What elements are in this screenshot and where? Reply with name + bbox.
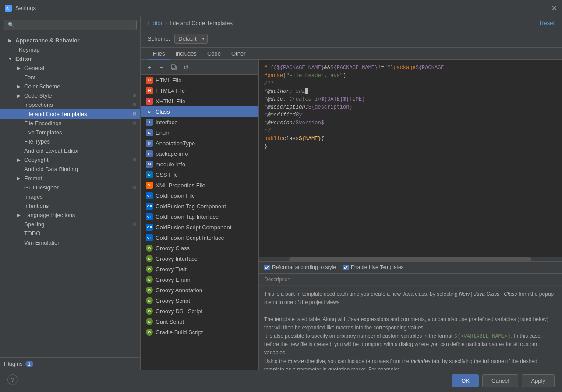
template-item-coldfusion-script-interface[interactable]: CF ColdFusion Script Interface bbox=[141, 232, 258, 243]
tab-other[interactable]: Other bbox=[226, 48, 251, 60]
template-item-xml-properties[interactable]: X XML Properties File bbox=[141, 180, 258, 190]
template-item-enum[interactable]: E Enum bbox=[141, 127, 258, 138]
apply-button[interactable]: Apply bbox=[522, 374, 555, 387]
add-template-button[interactable]: + bbox=[144, 62, 155, 73]
tab-includes[interactable]: Includes bbox=[170, 48, 201, 60]
template-item-groovy-trait[interactable]: G Groovy Trait bbox=[141, 264, 258, 274]
template-item-html4-file[interactable]: H HTML4 File bbox=[141, 85, 258, 96]
live-templates-checkbox-label[interactable]: Enable Live Templates bbox=[343, 264, 404, 270]
template-item-groovy-enum[interactable]: G Groovy Enum bbox=[141, 274, 258, 285]
annotation-version: @version: bbox=[267, 119, 296, 127]
var-package-name: ${PACKAGE_NAME} bbox=[277, 64, 324, 72]
search-input[interactable] bbox=[4, 20, 137, 30]
expand-icon: ▶ bbox=[16, 66, 21, 71]
template-label: Gant Script bbox=[156, 318, 184, 325]
horizontal-scrollbar-row bbox=[259, 257, 562, 262]
sidebar-item-language-injections[interactable]: ▶ Language Injections bbox=[0, 210, 140, 220]
copy-template-button[interactable] bbox=[169, 62, 179, 73]
cancel-button[interactable]: Cancel bbox=[482, 374, 518, 387]
sidebar-tree: ▶ Appearance & Behavior Keymap ▼ Editor … bbox=[0, 34, 140, 357]
date-created: : Created in bbox=[283, 95, 321, 103]
tab-files[interactable]: Files bbox=[148, 48, 170, 60]
sidebar-item-android-data-binding[interactable]: Android Data Binding bbox=[0, 164, 140, 174]
groovy-annotation-icon: G bbox=[146, 287, 153, 294]
template-item-groovy-interface[interactable]: G Groovy Interface bbox=[141, 253, 258, 264]
reset-template-button[interactable]: ↺ bbox=[181, 62, 191, 73]
plugins-row[interactable]: Plugins 1 bbox=[4, 360, 33, 367]
sidebar-item-editor[interactable]: ▼ Editor bbox=[0, 54, 140, 63]
template-item-groovy-class[interactable]: G Groovy Class bbox=[141, 243, 258, 253]
var-time: ${TIME} bbox=[343, 95, 365, 103]
code-line-description: * @description: ${description} bbox=[264, 103, 556, 111]
template-item-coldfusion-tag-component[interactable]: CF ColdFusion Tag Component bbox=[141, 201, 258, 211]
template-item-coldfusion-script-component[interactable]: CF ColdFusion Script Component bbox=[141, 222, 258, 232]
sidebar-item-spelling[interactable]: Spelling ⚙ bbox=[0, 220, 140, 229]
sidebar-item-emmet[interactable]: ▶ Emmet bbox=[0, 174, 140, 183]
sidebar-item-keymap[interactable]: Keymap bbox=[0, 45, 140, 54]
template-label: Groovy Class bbox=[156, 245, 190, 252]
sidebar-item-vim-emulation[interactable]: Vim Emulation bbox=[0, 238, 140, 247]
sidebar-item-font[interactable]: Font bbox=[0, 73, 140, 82]
expand-icon: ▼ bbox=[7, 56, 13, 62]
template-item-groovy-annotation[interactable]: G Groovy Annotation bbox=[141, 285, 258, 295]
sidebar-item-label: Inspections bbox=[24, 102, 130, 108]
template-item-gradle-build-script[interactable]: G Gradle Build Script bbox=[141, 327, 258, 337]
spacer bbox=[16, 112, 21, 117]
template-item-xhtml-file[interactable]: X XHTML File bbox=[141, 96, 258, 106]
expand-icon: ▶ bbox=[16, 93, 21, 98]
template-item-gant-script[interactable]: G Gant Script bbox=[141, 316, 258, 327]
template-item-package-info[interactable]: P package-info bbox=[141, 148, 258, 159]
sidebar-item-images[interactable]: Images bbox=[0, 192, 140, 201]
template-item-groovy-script[interactable]: G Groovy Script bbox=[141, 295, 258, 306]
code-area[interactable]: #if ( ${PACKAGE_NAME} && ${PACKAGE_NAME}… bbox=[259, 60, 562, 257]
ok-button[interactable]: OK bbox=[452, 374, 479, 387]
annotation-description: @description: bbox=[267, 103, 308, 111]
remove-template-button[interactable]: − bbox=[156, 62, 167, 73]
template-label: module-info bbox=[156, 161, 185, 168]
sidebar-item-gui-designer[interactable]: GUI Designer ⚙ bbox=[0, 183, 140, 192]
sidebar-item-todo[interactable]: TODO bbox=[0, 229, 140, 238]
settings-icon: ⚙ bbox=[132, 221, 137, 227]
close-button[interactable]: ✕ bbox=[551, 4, 557, 12]
template-item-css-file[interactable]: C CSS File bbox=[141, 169, 258, 180]
sidebar-item-appearance[interactable]: ▶ Appearance & Behavior bbox=[0, 36, 140, 45]
sidebar-item-label: Keymap bbox=[19, 46, 40, 53]
sidebar-item-general[interactable]: ▶ General bbox=[0, 63, 140, 73]
reformat-checkbox[interactable] bbox=[264, 265, 270, 270]
sidebar-item-android-layout-editor[interactable]: Android Layout Editor bbox=[0, 146, 140, 155]
annotation-date: @date bbox=[267, 95, 283, 103]
reformat-checkbox-label[interactable]: Reformat according to style bbox=[264, 264, 336, 270]
scheme-select[interactable]: Default Project bbox=[174, 34, 208, 44]
sidebar-item-copyright[interactable]: ▶ Copyright ⚙ bbox=[0, 155, 140, 164]
sidebar-item-file-encodings[interactable]: File Encodings ⚙ bbox=[0, 119, 140, 128]
sidebar-item-live-templates[interactable]: Live Templates bbox=[0, 128, 140, 137]
template-item-module-info[interactable]: M module-info bbox=[141, 159, 258, 169]
template-item-interface[interactable]: I Interface bbox=[141, 117, 258, 127]
groovy-enum-icon: G bbox=[146, 276, 153, 283]
cf-tag-component-icon: CF bbox=[146, 203, 153, 210]
sidebar-item-code-style[interactable]: ▶ Code Style ⚙ bbox=[0, 91, 140, 100]
template-item-class[interactable]: C Class bbox=[141, 106, 258, 117]
reset-link[interactable]: Reset bbox=[540, 20, 555, 26]
template-item-groovy-dsl-script[interactable]: G Groovy DSL Script bbox=[141, 306, 258, 316]
sidebar-item-intentions[interactable]: Intentions bbox=[0, 201, 140, 210]
sidebar-item-file-types[interactable]: File Types bbox=[0, 137, 140, 146]
spacer bbox=[16, 240, 21, 245]
description-text: This is a built-in template used each ti… bbox=[259, 286, 562, 370]
tab-code[interactable]: Code bbox=[202, 48, 226, 60]
template-item-coldfusion-tag-interface[interactable]: CF ColdFusion Tag Interface bbox=[141, 211, 258, 222]
template-item-coldfusion-file[interactable]: CF ColdFusion File bbox=[141, 190, 258, 201]
live-templates-checkbox[interactable] bbox=[343, 265, 349, 270]
horizontal-scrollbar[interactable] bbox=[289, 257, 531, 262]
sidebar-item-color-scheme[interactable]: ▶ Color Scheme bbox=[0, 82, 140, 91]
sidebar-item-label: Android Layout Editor bbox=[24, 147, 79, 154]
sidebar-item-inspections[interactable]: Inspections ⚙ bbox=[0, 100, 140, 109]
groovy-dsl-script-icon: G bbox=[146, 308, 153, 315]
template-item-html-file[interactable]: H HTML File bbox=[141, 75, 258, 85]
sidebar-item-file-code-templates[interactable]: File and Code Templates ⚙ bbox=[0, 109, 140, 119]
code-line-author: * @author : shi █ bbox=[264, 88, 556, 95]
template-item-annotation-type[interactable]: @ AnnotationType bbox=[141, 138, 258, 148]
xml-icon: X bbox=[146, 182, 153, 189]
help-button[interactable]: ? bbox=[7, 374, 18, 385]
breadcrumb-editor[interactable]: Editor bbox=[148, 20, 163, 26]
